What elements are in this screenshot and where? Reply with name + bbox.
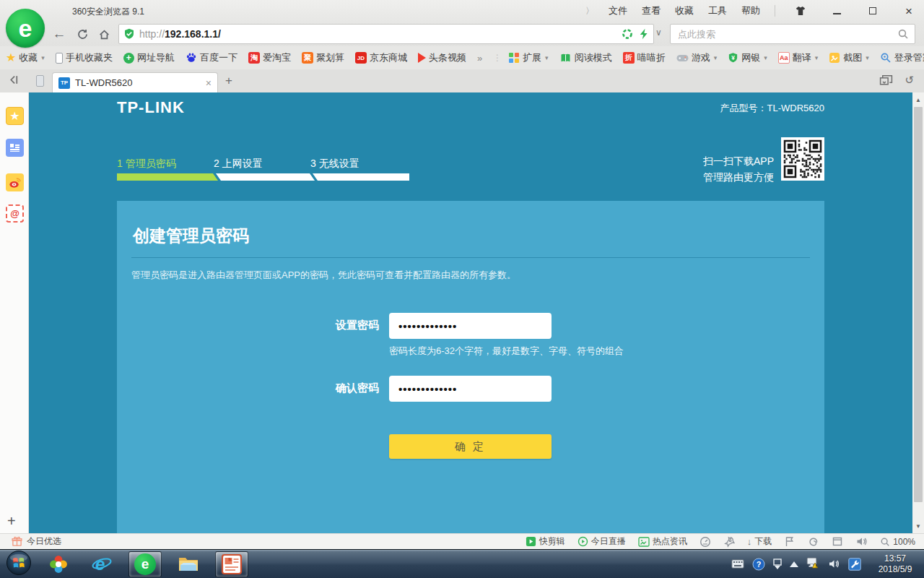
start-button[interactable] xyxy=(6,550,32,578)
download-manager[interactable]: ↓ 下载 xyxy=(747,535,772,548)
clock-time: 13:57 xyxy=(872,553,918,564)
back-icon[interactable]: ← xyxy=(51,25,68,43)
maintenance-icon[interactable] xyxy=(848,558,861,571)
reopen-closed-tab-icon[interactable]: ↺ xyxy=(905,74,914,87)
restore-window-icon[interactable] xyxy=(832,536,843,547)
toolbar-online-banking[interactable]: ¥ 网银 ▾ xyxy=(728,51,767,64)
qr-code xyxy=(781,137,824,181)
toolbar-label: 扩展 xyxy=(523,51,541,64)
tab-tl-wdr5620[interactable]: TP TL-WDR5620 × xyxy=(52,72,218,92)
bookmark-nav-site[interactable]: + 网址导航 xyxy=(123,51,175,64)
bookmarks-overflow[interactable]: » xyxy=(477,53,482,64)
step-1-admin-password: 1 管理员密码 xyxy=(117,158,176,171)
toolbar-translate[interactable]: Aa 翻译 ▾ xyxy=(778,51,819,64)
bookmark-mobile-favorites[interactable]: 手机收藏夹 xyxy=(56,51,113,64)
tab-list-icon[interactable] xyxy=(879,74,893,87)
quick-editor[interactable]: 快剪辑 xyxy=(526,535,565,548)
menu-view[interactable]: 查看 xyxy=(642,4,661,17)
bookmark-taobao[interactable]: 淘 爱淘宝 xyxy=(248,51,291,64)
zoom-level: 100% xyxy=(893,537,915,547)
weibo-icon[interactable] xyxy=(6,173,24,191)
confirm-button[interactable]: 确 定 xyxy=(389,434,552,459)
boost-rocket-icon[interactable] xyxy=(723,536,735,548)
toolbar-label: 翻译 xyxy=(793,51,811,64)
speed-boost-icon[interactable] xyxy=(639,28,649,40)
today-live[interactable]: 今日直播 xyxy=(578,535,626,548)
bookmarks-bar: ★ 收藏 ▾ 手机收藏夹 + 网址导航 百度一下 淘 爱淘宝 聚 聚划算 JD … xyxy=(0,46,924,69)
mail-icon[interactable]: @ xyxy=(6,204,24,223)
play-icon xyxy=(418,53,426,63)
menu-tools[interactable]: 工具 xyxy=(708,4,727,17)
keyboard-icon[interactable] xyxy=(731,559,744,569)
help-icon[interactable]: ? xyxy=(752,558,765,571)
menu-favorites[interactable]: 收藏 xyxy=(675,4,694,17)
minimize-button[interactable] xyxy=(826,1,847,20)
scroll-down-icon[interactable]: ▼ xyxy=(912,520,924,532)
divider xyxy=(131,257,810,258)
favorites-panel-icon[interactable]: ★ xyxy=(6,107,24,125)
restore-button[interactable] xyxy=(862,1,884,20)
toolbar-screenshot[interactable]: 截图 ▾ xyxy=(829,51,869,64)
feedback-flag-icon[interactable] xyxy=(784,536,796,547)
show-hidden-icons[interactable] xyxy=(790,561,798,567)
language-bar-icon[interactable] xyxy=(773,558,782,569)
hot-news[interactable]: 热点资讯 xyxy=(638,535,687,548)
home-icon[interactable] xyxy=(95,25,113,43)
sidebar-collapse-icon[interactable] xyxy=(7,74,19,89)
bookmark-juhuasuan[interactable]: 聚 聚划算 xyxy=(302,51,344,64)
taskbar-clock[interactable]: 13:57 2018/5/9 xyxy=(872,553,918,575)
search-engine-chevron-icon[interactable]: ∨ xyxy=(655,27,662,38)
toolbar-reading-mode[interactable]: 阅读模式 xyxy=(559,51,612,64)
toolbar-login-manager[interactable]: 登录管家 xyxy=(880,51,924,64)
mouse-gesture-icon[interactable] xyxy=(808,536,819,548)
close-button[interactable]: × xyxy=(898,1,920,20)
vertical-scrollbar[interactable]: ▲ ▼ xyxy=(912,92,924,533)
add-panel-icon[interactable]: + xyxy=(7,514,16,528)
url-box[interactable]: http:// 192.168.1.1/ xyxy=(118,24,654,44)
security-shield-icon xyxy=(123,28,135,40)
bookmark-label: 聚划算 xyxy=(316,51,344,64)
search-input[interactable] xyxy=(676,28,897,40)
network-warning-icon[interactable] xyxy=(806,557,819,571)
bookmark-label: 爱淘宝 xyxy=(263,51,291,64)
search-icon[interactable] xyxy=(897,28,909,40)
bookmark-baidu[interactable]: 百度一下 xyxy=(186,51,237,64)
tp-link-logo: TP-LINK xyxy=(117,98,185,117)
mobile-view-icon[interactable] xyxy=(36,75,44,87)
today-picks[interactable]: 今日优选 xyxy=(12,535,61,548)
zoom-icon xyxy=(880,537,890,547)
speed-mode-icon[interactable] xyxy=(699,536,711,548)
mute-icon[interactable] xyxy=(855,536,868,547)
scroll-up-icon[interactable]: ▲ xyxy=(912,94,924,105)
volume-icon[interactable] xyxy=(827,558,840,569)
taskbar-file-explorer[interactable] xyxy=(172,551,205,577)
tab-close-icon[interactable]: × xyxy=(206,77,212,89)
confirm-password-input[interactable] xyxy=(389,376,552,402)
skin-theme-icon[interactable] xyxy=(790,1,811,20)
bookmark-favorites[interactable]: ★ 收藏 ▾ xyxy=(6,51,45,64)
hot-news-icon xyxy=(638,537,650,547)
toolbar-extensions[interactable]: 扩展 ▾ xyxy=(509,51,549,64)
toolbar-label: 喵喵折 xyxy=(637,51,666,64)
bookmark-jd[interactable]: JD 京东商城 xyxy=(355,51,407,64)
scrollbar-thumb[interactable] xyxy=(914,107,923,502)
zoom-control[interactable]: 100% xyxy=(880,537,915,547)
news-feed-icon[interactable] xyxy=(6,139,24,157)
menu-help[interactable]: 帮助 xyxy=(741,4,760,17)
taskbar-internet-explorer[interactable]: e xyxy=(85,551,118,577)
toolbar-games[interactable]: 游戏 ▾ xyxy=(676,51,718,64)
caret-down-icon: ▾ xyxy=(41,54,45,61)
menu-file[interactable]: 文件 xyxy=(609,4,627,17)
toolbar-collapse-icon[interactable]: 〉 xyxy=(585,5,594,17)
taskbar-powerpoint[interactable] xyxy=(215,551,248,577)
refresh-icon[interactable] xyxy=(74,25,91,43)
svg-text:e: e xyxy=(95,554,105,574)
gift-icon xyxy=(12,536,22,547)
taskbar-360-browser[interactable]: e xyxy=(128,551,162,577)
toolbar-miaomiaozhe[interactable]: 折 喵喵折 xyxy=(623,51,666,64)
password-input[interactable] xyxy=(389,313,552,339)
no-trace-mode-icon[interactable] xyxy=(622,28,633,40)
bookmark-toutiao-video[interactable]: 头条视频 xyxy=(418,51,466,64)
new-tab-button[interactable]: + xyxy=(225,74,232,87)
taskbar-360-safety[interactable] xyxy=(42,551,75,577)
